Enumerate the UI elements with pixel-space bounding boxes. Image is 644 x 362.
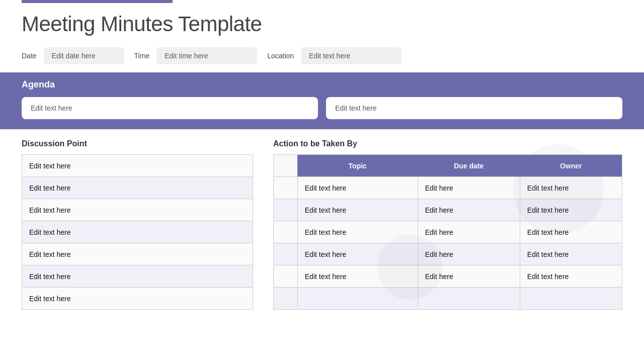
table-row[interactable]: Edit text here (22, 221, 253, 243)
discussion-cell[interactable]: Edit text here (22, 177, 253, 199)
discussion-section: Discussion Point Edit text here Edit tex… (22, 139, 253, 310)
table-row[interactable]: Edit text here (22, 243, 253, 265)
action-row-num (274, 288, 298, 310)
title-section: Meeting Minutes Template (0, 3, 644, 41)
agenda-section: Agenda Edit text here Edit text here (0, 72, 644, 129)
action-topic-cell[interactable]: Edit text here (297, 199, 418, 221)
action-due-cell[interactable] (418, 288, 520, 310)
table-row[interactable]: Edit text here Edit here Edit text here (274, 199, 622, 221)
table-row[interactable]: Edit text here (22, 288, 253, 310)
action-section: Action to be Taken By Topic Due date Own… (273, 139, 622, 310)
table-row[interactable]: Edit text here (22, 199, 253, 221)
page-title: Meeting Minutes Template (22, 12, 622, 36)
action-heading: Action to be Taken By (273, 139, 622, 148)
action-due-cell[interactable]: Edit here (418, 221, 520, 243)
table-row[interactable]: Edit text here (22, 155, 253, 177)
action-col-topic: Topic (297, 155, 418, 177)
table-row[interactable]: Edit text here (22, 177, 253, 199)
table-row[interactable]: Edit text here Edit here Edit text here (274, 177, 622, 199)
table-row[interactable]: Edit text here Edit here Edit text here (274, 243, 622, 265)
agenda-input-2[interactable]: Edit text here (326, 97, 622, 119)
date-label: Date (22, 52, 37, 60)
action-col-due: Due date (418, 155, 520, 177)
discussion-cell[interactable]: Edit text here (22, 221, 253, 243)
action-col-num (274, 155, 298, 177)
action-owner-cell[interactable]: Edit text here (520, 265, 622, 288)
discussion-cell[interactable]: Edit text here (22, 288, 253, 310)
action-due-cell[interactable]: Edit here (418, 177, 520, 199)
action-topic-cell[interactable]: Edit text here (297, 177, 418, 199)
action-owner-cell[interactable]: Edit text here (520, 199, 622, 221)
action-topic-cell[interactable] (297, 288, 418, 310)
action-topic-cell[interactable]: Edit text here (297, 243, 418, 265)
table-row[interactable]: Edit text here (22, 265, 253, 288)
action-col-owner: Owner (520, 155, 622, 177)
action-row-num (274, 177, 298, 199)
action-owner-cell[interactable]: Edit text here (520, 243, 622, 265)
location-input[interactable]: Edit text here (301, 47, 401, 64)
action-owner-cell[interactable]: Edit text here (520, 177, 622, 199)
action-row-num (274, 199, 298, 221)
action-table-header-row: Topic Due date Owner (274, 155, 622, 177)
agenda-inputs-row: Edit text here Edit text here (22, 97, 622, 119)
time-input[interactable]: Edit time here (156, 47, 257, 64)
time-label: Time (134, 52, 150, 60)
discussion-table: Edit text here Edit text here Edit text … (22, 154, 253, 310)
action-row-num (274, 265, 298, 288)
date-input[interactable]: Edit date here (44, 47, 124, 64)
action-due-cell[interactable]: Edit here (418, 265, 520, 288)
agenda-input-1[interactable]: Edit text here (22, 97, 318, 119)
action-owner-cell[interactable] (520, 288, 622, 310)
table-row[interactable] (274, 288, 622, 310)
action-table: Topic Due date Owner Edit text here Edit… (273, 154, 622, 310)
discussion-cell[interactable]: Edit text here (22, 155, 253, 177)
action-row-num (274, 221, 298, 243)
table-row[interactable]: Edit text here Edit here Edit text here (274, 221, 622, 243)
action-due-cell[interactable]: Edit here (418, 199, 520, 221)
action-owner-cell[interactable]: Edit text here (520, 221, 622, 243)
location-label: Location (267, 52, 294, 60)
discussion-cell[interactable]: Edit text here (22, 199, 253, 221)
header-row: Date Edit date here Time Edit time here … (0, 41, 644, 72)
agenda-heading: Agenda (22, 79, 622, 90)
discussion-cell[interactable]: Edit text here (22, 243, 253, 265)
discussion-heading: Discussion Point (22, 139, 253, 148)
main-content: Discussion Point Edit text here Edit tex… (0, 129, 644, 320)
action-topic-cell[interactable]: Edit text here (297, 221, 418, 243)
action-row-num (274, 243, 298, 265)
action-due-cell[interactable]: Edit here (418, 243, 520, 265)
discussion-cell[interactable]: Edit text here (22, 265, 253, 288)
table-row[interactable]: Edit text here Edit here Edit text here (274, 265, 622, 288)
action-topic-cell[interactable]: Edit text here (297, 265, 418, 288)
